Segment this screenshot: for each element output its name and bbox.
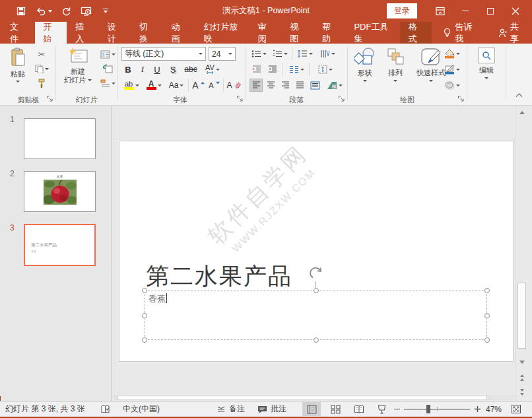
bullets-button[interactable] [249, 47, 268, 60]
shape-fill-button[interactable] [441, 47, 463, 60]
slide-canvas[interactable]: 软件自学网 WWW.RJZXW.COM 第二水果产品 香蕉 [119, 141, 514, 362]
numbering-button[interactable] [271, 47, 289, 60]
distribute-text-button[interactable] [308, 79, 322, 92]
handle-top-right[interactable] [484, 288, 490, 293]
handle-middle-left[interactable] [142, 313, 147, 318]
scroll-down-button[interactable] [517, 357, 527, 367]
vertical-scrollbar[interactable] [515, 106, 527, 401]
minimize-button[interactable] [454, 2, 477, 20]
font-size-combobox[interactable]: 24 [209, 47, 236, 61]
underline-button[interactable]: U [150, 63, 164, 76]
fit-slide-to-window-button[interactable] [511, 401, 521, 417]
shrink-font-button[interactable]: A [207, 79, 222, 92]
reset-button[interactable] [98, 62, 117, 75]
comments-button[interactable]: 批注 [257, 401, 286, 417]
paste-button[interactable]: 粘贴 [5, 46, 30, 96]
notes-button[interactable]: 备注 [216, 401, 245, 417]
columns-button[interactable] [286, 63, 306, 76]
text-shadow-button[interactable]: S [166, 63, 180, 76]
bold-button[interactable]: B [121, 63, 135, 76]
tab-share[interactable]: 共享 [490, 22, 532, 44]
font-name-combobox[interactable]: 等线 (正文) [121, 47, 206, 61]
font-color-button[interactable]: A [144, 79, 164, 92]
clear-formatting-button[interactable]: A [226, 79, 242, 92]
highlight-color-button[interactable]: ab [121, 79, 141, 92]
customize-qat-button[interactable] [98, 3, 114, 19]
normal-view-button[interactable] [302, 402, 321, 416]
tab-insert[interactable]: 插入 [67, 22, 99, 44]
convert-to-smartart-button[interactable] [325, 79, 345, 92]
line-spacing-button[interactable] [295, 47, 315, 60]
tab-pdf-tools[interactable]: PDF工具集 [345, 22, 399, 44]
tab-format[interactable]: 格式 [400, 22, 432, 44]
save-button[interactable] [13, 3, 29, 19]
align-center-button[interactable] [264, 79, 277, 92]
redo-button[interactable] [58, 3, 74, 19]
justify-button[interactable] [293, 79, 306, 92]
handle-bottom-middle[interactable] [314, 337, 319, 343]
slide-sorter-view-button[interactable] [326, 402, 345, 416]
horizontal-scrollbar-thumb[interactable] [117, 395, 487, 400]
italic-button[interactable]: I [136, 63, 149, 76]
undo-dropdown-caret[interactable] [48, 10, 52, 13]
handle-top-middle[interactable] [314, 288, 319, 293]
zoom-in-button[interactable] [474, 401, 481, 417]
editing-button[interactable]: 编辑 [471, 46, 502, 96]
tab-view[interactable]: 视图 [281, 22, 314, 44]
clipboard-dialog-launcher[interactable] [46, 95, 53, 102]
handle-top-left[interactable] [142, 288, 147, 293]
horizontal-scrollbar[interactable] [114, 395, 514, 400]
character-spacing-button[interactable]: AV [202, 63, 223, 76]
layout-button[interactable] [98, 48, 117, 61]
increase-indent-button[interactable] [265, 63, 280, 76]
slideshow-view-button[interactable] [372, 402, 391, 416]
new-slide-button[interactable]: 新建 幻灯片 [59, 46, 96, 96]
slide-3-thumbnail[interactable]: 第二水果产品 香蕉 [24, 224, 96, 266]
close-button[interactable] [504, 2, 527, 20]
format-painter-button[interactable] [32, 77, 51, 90]
next-slide-button[interactable] [517, 387, 527, 398]
sign-in-button[interactable]: 登录 [387, 3, 417, 18]
zoom-level[interactable]: 47% [486, 401, 502, 417]
undo-button[interactable] [33, 3, 54, 19]
scroll-up-button[interactable] [517, 107, 527, 118]
font-dialog-launcher[interactable] [236, 95, 244, 102]
spell-check-button[interactable] [100, 401, 110, 417]
ribbon-display-options-button[interactable] [429, 2, 451, 20]
copy-button[interactable] [32, 62, 51, 75]
slide-1-thumbnail[interactable] [24, 118, 96, 159]
arrange-button[interactable]: 排列 [381, 46, 410, 96]
maximize-button[interactable] [479, 2, 502, 20]
reading-view-button[interactable] [350, 402, 368, 416]
drawing-dialog-launcher[interactable] [457, 95, 465, 102]
decrease-indent-button[interactable] [249, 63, 264, 76]
section-button[interactable] [98, 77, 117, 90]
shapes-button[interactable]: 形状 [350, 46, 380, 96]
tab-transitions[interactable]: 切换 [131, 22, 163, 44]
handle-middle-right[interactable] [484, 313, 490, 318]
strikethrough-button[interactable]: abc [182, 63, 199, 76]
cut-button[interactable]: ✂ [32, 48, 51, 61]
align-right-button[interactable] [279, 79, 292, 92]
vertical-scrollbar-thumb[interactable] [517, 283, 526, 349]
language-button[interactable]: 中文(中国) [123, 401, 160, 417]
shape-effects-button[interactable] [441, 79, 463, 92]
tab-file[interactable]: 文件 [0, 22, 35, 44]
content-textbox[interactable]: 香蕉 [145, 291, 487, 340]
zoom-slider-thumb[interactable] [426, 405, 430, 413]
handle-bottom-left[interactable] [142, 337, 147, 343]
handle-bottom-right[interactable] [484, 337, 490, 343]
tab-help[interactable]: 帮助 [314, 22, 346, 44]
previous-slide-button[interactable] [517, 372, 527, 383]
align-left-button[interactable] [249, 79, 263, 92]
paragraph-dialog-launcher[interactable] [338, 95, 345, 102]
start-slideshow-button[interactable] [78, 3, 94, 19]
grow-font-button[interactable]: A [191, 79, 206, 92]
change-case-button[interactable]: Aa [166, 79, 186, 92]
tab-design[interactable]: 设计 [99, 22, 131, 44]
text-direction-button[interactable] [317, 47, 337, 60]
collapse-ribbon-button[interactable] [512, 90, 525, 100]
tab-review[interactable]: 审阅 [249, 22, 282, 44]
tab-slideshow[interactable]: 幻灯片放映 [195, 22, 249, 44]
slide-2-thumbnail[interactable]: 水果 [24, 171, 96, 212]
